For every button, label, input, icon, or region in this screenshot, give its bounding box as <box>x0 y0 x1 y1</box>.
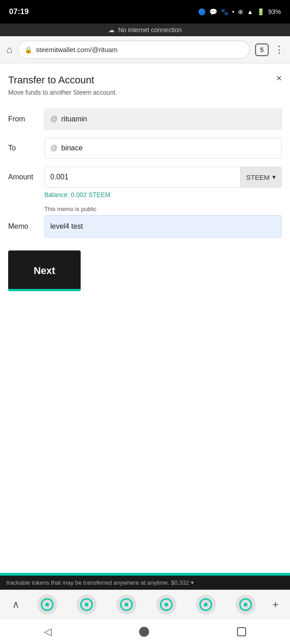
home-button[interactable] <box>139 627 149 637</box>
from-at-symbol: @ <box>50 115 58 123</box>
status-icons: 🔵 💬 🐾 • ⊕ ▲ 🔋 93% <box>198 8 281 15</box>
main-content: × Transfer to Account Move funds to anot… <box>0 63 290 573</box>
close-button[interactable]: × <box>276 73 282 83</box>
whatsapp-icon: 💬 <box>209 8 217 15</box>
next-button[interactable]: Next <box>8 250 81 291</box>
tab-icon-5[interactable] <box>196 595 216 615</box>
price-text[interactable]: $0.332 ▾ <box>171 579 193 586</box>
lock-icon: 🔒 <box>24 46 32 53</box>
status-time: 07:19 <box>9 7 29 16</box>
form-title: Transfer to Account <box>8 74 282 86</box>
tab-icon-1[interactable] <box>37 595 57 615</box>
amount-label: Amount <box>8 173 44 181</box>
to-label: To <box>8 144 44 152</box>
browser-bar: ⌂ 🔒 steemitwallet.com/@rituam 5 ⋮ <box>0 36 290 63</box>
status-bar: 07:19 🔵 💬 🐾 • ⊕ ▲ 🔋 93% <box>0 0 290 24</box>
to-at-symbol: @ <box>50 144 58 152</box>
to-input[interactable] <box>61 144 276 152</box>
messenger-icon: 🔵 <box>198 8 206 15</box>
bottom-text: trackable tokens that may be transferred… <box>6 579 169 586</box>
tab-icons-row <box>27 595 266 615</box>
currency-dropdown[interactable]: STEEM ▾ <box>240 167 281 187</box>
browser-menu-icon[interactable]: ⋮ <box>274 44 284 56</box>
url-text: steemitwallet.com/@rituam <box>36 46 117 53</box>
balance-text: Balance: 0.002 STEEM <box>44 191 282 198</box>
activity-icon: 🐾 <box>221 8 228 15</box>
tab-count-badge[interactable]: 5 <box>255 43 269 56</box>
from-label: From <box>8 115 44 123</box>
signal-icon: ▲ <box>247 8 253 15</box>
battery-icon: 🔋 <box>257 8 265 15</box>
from-input[interactable] <box>61 115 276 123</box>
no-internet-text: No internet connection <box>118 26 182 34</box>
tab-bar: ∧ <box>0 590 290 619</box>
tab-icon-3[interactable] <box>116 595 136 615</box>
expand-button[interactable]: ∧ <box>5 599 27 610</box>
recents-button[interactable] <box>237 627 246 636</box>
memo-input[interactable] <box>50 222 276 231</box>
memo-public-label: This memo is public <box>44 206 282 212</box>
url-bar[interactable]: 🔒 steemitwallet.com/@rituam <box>18 41 250 59</box>
dropdown-arrow-icon: ▾ <box>272 173 276 181</box>
tab-icon-6[interactable] <box>236 595 256 615</box>
android-nav-bar: ◁ <box>0 619 290 644</box>
no-wifi-icon: ☁ <box>108 26 115 34</box>
memo-row: Memo <box>8 215 282 238</box>
battery-pct: 93% <box>268 8 281 15</box>
tab-icon-4[interactable] <box>156 595 176 615</box>
form-subtitle: Move funds to another Steem account. <box>8 89 282 96</box>
dot-icon: • <box>232 8 234 15</box>
from-input-wrapper[interactable]: @ <box>44 109 282 130</box>
bottom-dark-bar: trackable tokens that may be transferred… <box>0 576 290 590</box>
to-input-wrapper[interactable]: @ <box>44 138 282 159</box>
tab-icon-2[interactable] <box>77 595 97 615</box>
to-row: To @ <box>8 138 282 159</box>
home-icon[interactable]: ⌂ <box>6 44 12 56</box>
back-button[interactable]: ◁ <box>44 626 52 638</box>
from-row: From @ <box>8 109 282 130</box>
location-icon: ⊕ <box>238 8 243 15</box>
memo-input-wrapper[interactable] <box>44 215 282 238</box>
amount-row: Amount STEEM ▾ <box>8 167 282 187</box>
no-internet-banner: ☁ No internet connection <box>0 24 290 36</box>
currency-label: STEEM <box>246 173 270 181</box>
add-tab-button[interactable]: + <box>266 598 285 611</box>
amount-input-wrapper[interactable]: STEEM ▾ <box>44 167 282 187</box>
memo-label: Memo <box>8 222 44 231</box>
amount-input[interactable] <box>45 173 240 181</box>
